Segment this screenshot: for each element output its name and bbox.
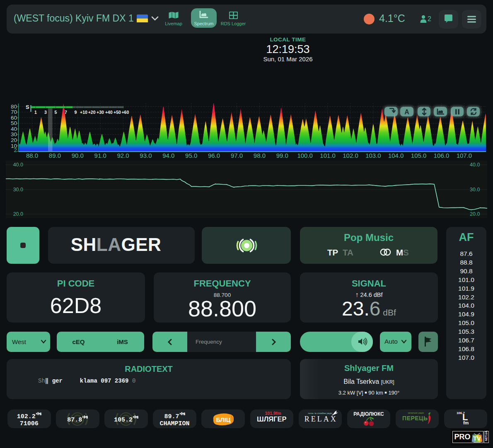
svg-text:20.0: 20.0 <box>470 211 480 217</box>
svg-text:3: 3 <box>44 110 47 115</box>
svg-text:20.0: 20.0 <box>13 211 23 217</box>
svg-text:20: 20 <box>11 137 17 143</box>
svg-text:TV: TV <box>473 435 481 442</box>
svg-text:1: 1 <box>40 412 41 416</box>
svg-text:+50: +50 <box>114 110 121 115</box>
svg-text:+60: +60 <box>121 110 129 115</box>
svg-text:60: 60 <box>11 115 17 121</box>
svg-text:40.0: 40.0 <box>13 162 23 168</box>
svg-text:S: S <box>26 104 29 110</box>
svg-text:+20: +20 <box>88 110 96 115</box>
svg-text:1: 1 <box>184 412 185 416</box>
svg-text:+40: +40 <box>105 110 113 115</box>
svg-text:2: 2 <box>14 147 17 153</box>
svg-text:30.0: 30.0 <box>470 187 480 193</box>
svg-text:1: 1 <box>137 415 138 419</box>
svg-text:40: 40 <box>11 126 17 132</box>
svg-text:БЛІЦ: БЛІЦ <box>216 417 231 423</box>
svg-text:A: A <box>405 108 410 115</box>
svg-text:30.0: 30.0 <box>13 187 23 193</box>
svg-text:80: 80 <box>11 104 17 110</box>
svg-text:50: 50 <box>11 120 17 126</box>
svg-text:7: 7 <box>65 110 67 115</box>
svg-text:1: 1 <box>34 110 37 115</box>
svg-text:9: 9 <box>74 110 77 115</box>
svg-text:1: 1 <box>86 415 88 419</box>
svg-text:70: 70 <box>11 109 17 115</box>
svg-text:30: 30 <box>11 131 17 137</box>
svg-text:40.0: 40.0 <box>470 162 480 168</box>
svg-text:5: 5 <box>55 110 57 115</box>
svg-text:+30: +30 <box>97 110 104 115</box>
svg-text:+10: +10 <box>80 110 87 115</box>
